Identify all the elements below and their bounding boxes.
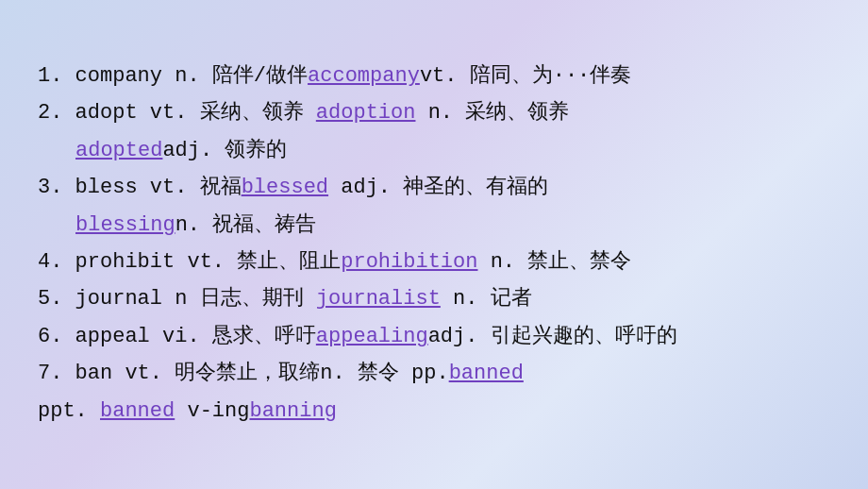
plain-text: vt. 陪同、为···伴奏: [420, 64, 631, 88]
plain-text: adj. 领养的: [162, 139, 287, 162]
plain-text: v-ing: [175, 399, 249, 423]
plain-text: n. 祝福、祷告: [175, 213, 317, 237]
plain-text: 3. bless vt. 祝福: [38, 176, 242, 199]
content-area: 1. company n. 陪伴/做伴accompanyvt. 陪同、为···伴…: [9, 40, 859, 449]
line: 2. adopt vt. 采纳、领养 adoption n. 采纳、领养: [38, 95, 830, 130]
highlighted-word: adopted: [75, 139, 162, 162]
plain-text: 4. prohibit vt. 禁止、阻止: [38, 250, 341, 274]
highlighted-word: accompany: [308, 64, 420, 88]
line: blessingn. 祝福、祷告: [38, 208, 830, 243]
line: ppt. banned v-ingbanning: [38, 394, 830, 429]
highlighted-word: banning: [249, 399, 336, 423]
plain-text: 5. journal n 日志、期刊: [38, 287, 316, 311]
highlighted-word: banned: [100, 399, 175, 423]
line: 4. prohibit vt. 禁止、阻止prohibition n. 禁止、禁…: [38, 244, 830, 279]
highlighted-word: adoption: [316, 101, 416, 125]
line: 7. ban vt. 明令禁止，取缔n. 禁令 pp.banned: [38, 356, 830, 391]
plain-text: n. 采纳、领养: [415, 101, 569, 125]
plain-text: 2. adopt vt. 采纳、领养: [38, 101, 316, 125]
plain-text: 7. ban vt. 明令禁止，取缔n. 禁令 pp.: [38, 362, 449, 385]
plain-text: adj. 神圣的、有福的: [328, 176, 548, 199]
highlighted-word: appealing: [316, 325, 428, 348]
plain-text: 6. appeal vi. 恳求、呼吁: [38, 325, 316, 348]
highlighted-word: banned: [449, 362, 524, 385]
plain-text: n. 记者: [441, 287, 532, 311]
line: 5. journal n 日志、期刊 journalist n. 记者: [38, 281, 830, 316]
plain-text: 1. company n. 陪伴/做伴: [38, 64, 308, 88]
plain-text: n. 禁止、禁令: [477, 250, 631, 274]
line: adoptedadj. 领养的: [38, 133, 830, 168]
line: 1. company n. 陪伴/做伴accompanyvt. 陪同、为···伴…: [38, 59, 830, 93]
plain-text: adj. 引起兴趣的、呼吁的: [428, 325, 677, 348]
highlighted-word: blessed: [242, 176, 328, 199]
plain-text: ppt.: [38, 399, 100, 423]
highlighted-word: journalist: [316, 287, 441, 311]
highlighted-word: blessing: [75, 213, 175, 237]
highlighted-word: prohibition: [341, 250, 477, 274]
line: 6. appeal vi. 恳求、呼吁appealingadj. 引起兴趣的、呼…: [38, 319, 830, 354]
line: 3. bless vt. 祝福blessed adj. 神圣的、有福的: [38, 170, 830, 205]
